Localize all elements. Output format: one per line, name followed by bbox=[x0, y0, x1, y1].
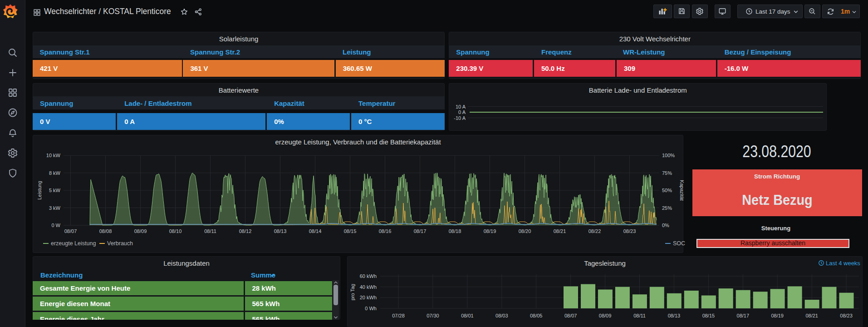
svg-text:08/08: 08/08 bbox=[99, 228, 112, 234]
svg-text:08/13: 08/13 bbox=[274, 228, 287, 234]
svg-text:08/14: 08/14 bbox=[309, 228, 322, 234]
svg-text:3 kW: 3 kW bbox=[49, 205, 61, 211]
svg-text:8 kW: 8 kW bbox=[49, 170, 61, 176]
svg-text:08/10: 08/10 bbox=[169, 228, 182, 234]
svg-text:Leistung: Leistung bbox=[37, 181, 42, 200]
svg-text:5 kW: 5 kW bbox=[49, 188, 61, 193]
svg-text:0%: 0% bbox=[662, 223, 669, 228]
svg-text:SOC: SOC bbox=[673, 240, 685, 247]
svg-text:50%: 50% bbox=[662, 188, 672, 193]
svg-text:Kapazität: Kapazität bbox=[679, 180, 685, 201]
svg-text:08/20: 08/20 bbox=[519, 228, 531, 234]
svg-text:08/16: 08/16 bbox=[379, 228, 392, 234]
svg-text:25%: 25% bbox=[662, 205, 672, 211]
svg-text:75%: 75% bbox=[662, 170, 672, 176]
svg-text:08/12: 08/12 bbox=[239, 228, 252, 234]
svg-text:08/17: 08/17 bbox=[414, 228, 427, 234]
svg-text:08/07: 08/07 bbox=[64, 228, 77, 234]
svg-text:08/15: 08/15 bbox=[344, 228, 357, 234]
svg-text:08/22: 08/22 bbox=[588, 228, 601, 234]
svg-text:0 W: 0 W bbox=[51, 223, 60, 228]
svg-text:08/18: 08/18 bbox=[449, 228, 461, 234]
svg-text:erzeugte Leistung: erzeugte Leistung bbox=[51, 240, 96, 247]
svg-text:08/23: 08/23 bbox=[623, 228, 636, 234]
svg-text:10 kW: 10 kW bbox=[46, 153, 61, 158]
svg-text:Verbrauch: Verbrauch bbox=[107, 240, 133, 247]
svg-text:100%: 100% bbox=[662, 153, 675, 158]
svg-text:08/19: 08/19 bbox=[484, 228, 496, 234]
svg-text:08/11: 08/11 bbox=[204, 228, 216, 234]
svg-text:08/21: 08/21 bbox=[554, 228, 566, 234]
svg-text:08/09: 08/09 bbox=[134, 228, 147, 234]
